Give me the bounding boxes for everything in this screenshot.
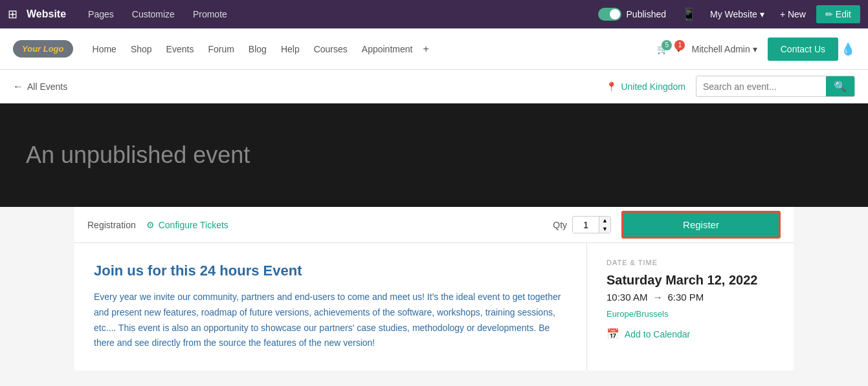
cart-badge: 5 [662,40,672,50]
registration-label: Registration [87,220,136,230]
nav-help[interactable]: Help [274,40,306,58]
mobile-icon[interactable]: 📱 [682,7,696,21]
date-time-label: DATE & TIME [606,259,774,266]
nav-events[interactable]: Events [160,40,201,58]
chevron-down-icon: ▾ [760,9,764,19]
nav-forum[interactable]: Forum [201,40,240,58]
add-calendar-link[interactable]: 📅 Add to Calendar [606,328,774,340]
event-time-end: 6:30 PM [667,292,704,303]
search-event-wrap: 🔍 [696,76,855,97]
qty-input[interactable] [573,217,599,233]
registration-row: Registration ⚙ Configure Tickets Qty ▲ ▼… [74,207,794,243]
gear-icon: ⚙ [146,220,155,230]
event-description: Join us for this 24 hours Event Every ye… [74,243,586,370]
cart-icon-wrap[interactable]: 🛒 5 [657,44,668,54]
register-button[interactable]: Register [623,213,779,237]
heart-badge: 1 [674,40,685,50]
add-nav-icon[interactable]: + [420,39,431,59]
nav-blog[interactable]: Blog [242,40,273,58]
event-sidebar: DATE & TIME Saturday March 12, 2022 10:3… [586,243,794,370]
website-nav: Your Logo Home Shop Events Forum Blog He… [0,28,868,70]
user-dropdown[interactable]: Mitchell Admin ▾ [691,44,757,54]
website-label: Website [27,8,66,20]
admin-nav-pages[interactable]: Pages [82,6,120,22]
logo-text: Your Logo [22,44,64,54]
user-dropdown-icon: ▾ [753,44,757,54]
my-website-label: My Website [710,9,757,19]
time-arrow-icon: → [652,292,662,303]
nav-appointment[interactable]: Appointment [355,40,419,58]
calendar-icon: 📅 [606,328,619,340]
location-filter[interactable]: 📍 United Kingdom [606,81,685,92]
admin-bar: ⊞ Website Pages Customize Promote Publis… [0,0,868,28]
site-nav-links: Home Shop Events Forum Blog Help Courses… [86,39,654,59]
event-hero: An unpublished event [0,103,868,207]
my-website-button[interactable]: My Website ▾ [705,6,770,22]
event-hero-title: An unpublished event [26,142,250,169]
toggle-switch[interactable] [598,8,621,21]
timezone-label: Europe/Brussels [606,309,774,319]
nav-shop[interactable]: Shop [124,40,159,58]
qty-up-button[interactable]: ▲ [599,217,610,225]
admin-nav-promote[interactable]: Promote [186,6,234,22]
arrow-left-icon: ← [13,81,23,92]
nav-courses[interactable]: Courses [307,40,354,58]
contact-button[interactable]: Contact Us [768,38,838,61]
configure-tickets-label: Configure Tickets [159,220,228,230]
user-name: Mitchell Admin [691,44,750,54]
event-title: Join us for this 24 hours Event [94,263,567,279]
location-label: United Kingdom [621,81,685,92]
event-main: Registration ⚙ Configure Tickets Qty ▲ ▼… [0,207,868,370]
published-toggle[interactable]: Published [598,8,667,21]
nav-home[interactable]: Home [86,40,123,58]
event-date: Saturday March 12, 2022 [606,273,774,288]
logo-area: Your Logo [13,40,73,58]
qty-down-button[interactable]: ▼ [599,225,610,233]
qty-input-wrap: ▲ ▼ [572,216,611,234]
edit-button[interactable]: ✏ Edit [816,5,860,23]
qty-arrows: ▲ ▼ [599,217,610,233]
search-event-button[interactable]: 🔍 [826,76,854,96]
event-time-start: 10:30 AM [606,292,647,303]
register-button-wrap: Register [621,211,781,239]
water-drop-icon: 💧 [841,42,855,56]
location-pin-icon: 📍 [606,81,617,92]
search-event-input[interactable] [696,78,826,96]
events-bar: ← All Events 📍 United Kingdom 🔍 [0,70,868,103]
event-body: Every year we invite our community, part… [94,290,567,351]
published-label: Published [627,9,667,19]
all-events-label: All Events [27,81,67,92]
event-content-area: Join us for this 24 hours Event Every ye… [74,243,794,370]
all-events-link[interactable]: ← All Events [13,81,67,92]
new-button[interactable]: + New [775,6,811,22]
heart-icon-wrap[interactable]: ♥ 1 [676,44,681,54]
grid-icon[interactable]: ⊞ [8,7,17,21]
logo[interactable]: Your Logo [13,40,73,58]
event-time-row: 10:30 AM → 6:30 PM [606,292,774,303]
qty-label: Qty [553,220,567,230]
configure-tickets-link[interactable]: ⚙ Configure Tickets [146,220,228,230]
add-calendar-label: Add to Calendar [625,329,690,339]
admin-nav-customize[interactable]: Customize [126,6,181,22]
